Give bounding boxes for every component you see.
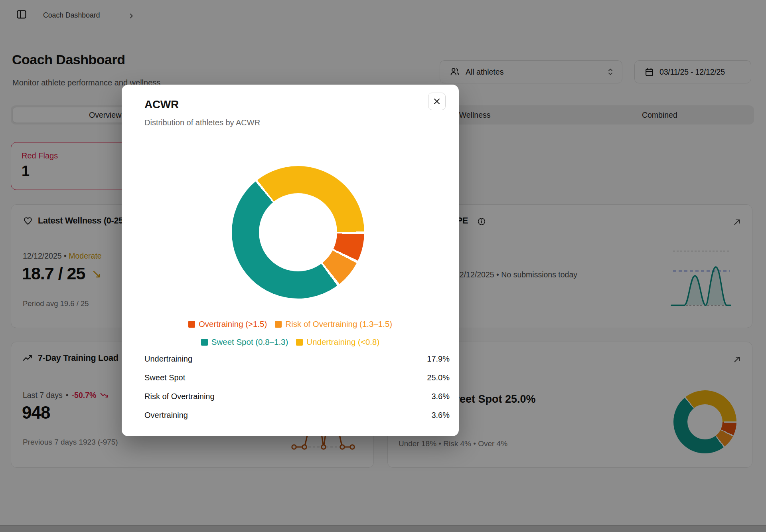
row-label: Sweet Spot [144,373,185,382]
acwr-donut-chart [232,166,364,299]
row-label: Risk of Overtraining [144,392,215,401]
modal-subtitle: Distribution of athletes by ACWR [144,118,260,127]
legend-label: Undertraining (<0.8) [306,337,379,347]
table-row: Sweet Spot 25.0% [122,368,459,387]
row-value: 25.0% [427,373,450,382]
modal-title: ACWR [144,98,179,111]
legend-swatch-sweet-spot [201,339,208,346]
donut-legend-row-2: Sweet Spot (0.8–1.3) Undertraining (<0.8… [122,337,459,347]
acwr-modal: ACWR Distribution of athletes by ACWR Ov… [122,85,459,436]
donut-legend-row-1: Overtraining (>1.5) Risk of Overtraining… [122,319,459,329]
table-row: Overtraining 3.6% [122,406,459,425]
close-icon [433,98,440,105]
legend-swatch-risk [275,321,282,328]
row-value: 17.9% [427,354,450,364]
legend-label: Risk of Overtraining (1.3–1.5) [285,319,392,329]
legend-item-overtraining: Overtraining (>1.5) [188,319,267,329]
legend-label: Sweet Spot (0.8–1.3) [211,337,288,347]
table-row: Risk of Overtraining 3.6% [122,387,459,406]
legend-label: Overtraining (>1.5) [199,319,267,329]
legend-item-undertraining: Undertraining (<0.8) [296,337,379,347]
legend-item-risk: Risk of Overtraining (1.3–1.5) [275,319,392,329]
table-row: Undertraining 17.9% [122,350,459,368]
legend-swatch-undertraining [296,339,303,346]
row-value: 3.6% [431,392,450,401]
close-button[interactable] [428,93,446,110]
legend-item-sweet-spot: Sweet Spot (0.8–1.3) [201,337,288,347]
row-label: Undertraining [144,354,192,364]
legend-swatch-overtraining [188,321,195,328]
row-value: 3.6% [431,411,450,420]
coach-dashboard-screen: Coach Dashboard Coach Dashboard Monitor … [0,0,766,532]
row-label: Overtraining [144,411,188,420]
distribution-table: Undertraining 17.9% Sweet Spot 25.0% Ris… [122,350,459,425]
